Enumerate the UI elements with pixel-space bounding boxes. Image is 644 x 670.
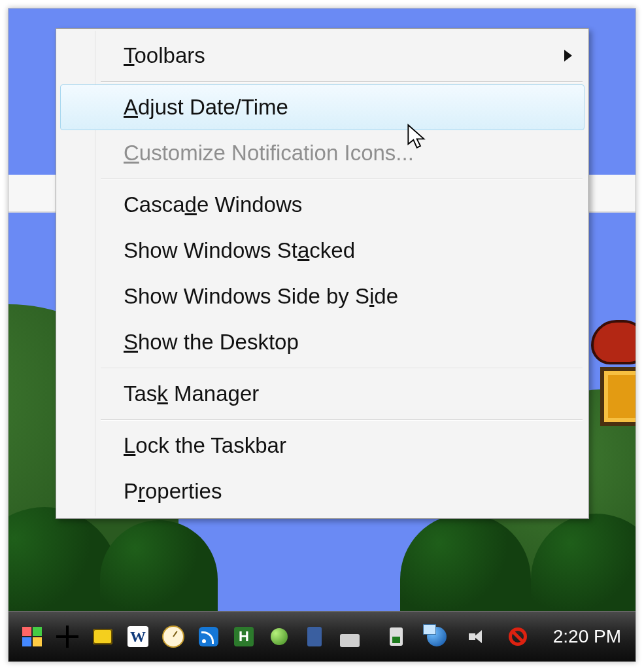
taskbar[interactable]: WH 2:20 PM — [8, 611, 636, 661]
menu-item-label: Task Manager — [124, 381, 259, 406]
move-icon — [56, 626, 78, 648]
blocked-icon[interactable] — [503, 622, 532, 651]
wikipedia-icon[interactable]: W — [124, 622, 152, 651]
puzzle-icon — [93, 629, 112, 644]
volume-icon[interactable] — [463, 622, 492, 651]
start-icon[interactable] — [18, 622, 46, 651]
rss-icon — [199, 627, 218, 646]
wikipedia-icon: W — [127, 626, 148, 647]
menu-item-label: Show Windows Stacked — [124, 238, 355, 263]
blue-app-icon[interactable] — [300, 622, 329, 651]
menu-item-show-the-desktop[interactable]: Show the Desktop — [60, 319, 585, 365]
start-icon — [22, 627, 42, 646]
menu-item-show-windows-stacked[interactable]: Show Windows Stacked — [60, 228, 585, 273]
menu-item-toolbars[interactable]: Toolbars — [60, 33, 585, 79]
menu-item-label: Lock the Taskbar — [124, 433, 286, 458]
menu-item-label: Adjust Date/Time — [124, 95, 288, 120]
blocked-icon — [509, 627, 527, 646]
tray-icons: WH — [8, 622, 364, 651]
menu-item-label: Show Windows Side by Side — [124, 284, 398, 309]
context-menu-separator — [60, 79, 585, 84]
network-icon[interactable] — [422, 622, 451, 651]
menu-item-label: Show the Desktop — [124, 330, 299, 355]
menu-item-label: Properties — [124, 479, 222, 504]
menu-item-properties[interactable]: Properties — [60, 468, 585, 514]
menu-item-label: Cascade Windows — [124, 192, 302, 217]
context-menu-separator — [60, 176, 585, 182]
menu-item-label: Toolbars — [124, 43, 205, 68]
menu-item-task-manager[interactable]: Task Manager — [60, 371, 585, 417]
power-icon — [390, 627, 403, 646]
submenu-arrow-icon — [564, 50, 572, 62]
menu-item-adjust-date-time[interactable]: Adjust Date/Time — [60, 84, 585, 130]
volume-icon — [469, 628, 486, 645]
move-icon[interactable] — [53, 622, 82, 651]
clock-icon[interactable] — [159, 622, 188, 651]
usb-icon[interactable] — [335, 622, 364, 651]
menu-item-show-windows-side-by-side[interactable]: Show Windows Side by Side — [60, 273, 585, 319]
menu-item-cascade-windows[interactable]: Cascade Windows — [60, 182, 585, 228]
h-app-icon[interactable]: H — [229, 622, 258, 651]
status-dot-icon[interactable] — [265, 622, 294, 651]
power-icon[interactable] — [382, 622, 411, 651]
menu-item-customize-notification-icons: Customize Notification Icons... — [60, 130, 585, 176]
context-menu-separator — [60, 417, 585, 423]
status-dot-icon — [271, 628, 288, 645]
menu-item-lock-the-taskbar[interactable]: Lock the Taskbar — [60, 423, 585, 468]
clock-icon — [162, 626, 184, 648]
system-icons — [382, 622, 539, 651]
rss-icon[interactable] — [194, 622, 223, 651]
puzzle-icon[interactable] — [88, 622, 117, 651]
taskbar-clock[interactable]: 2:20 PM — [539, 626, 636, 647]
context-menu-separator — [60, 365, 585, 371]
network-icon — [427, 627, 447, 646]
usb-icon — [340, 634, 360, 647]
h-app-icon: H — [234, 627, 254, 646]
menu-item-label: Customize Notification Icons... — [124, 141, 414, 166]
taskbar-context-menu[interactable]: ToolbarsAdjust Date/TimeCustomize Notifi… — [56, 28, 589, 519]
blue-app-icon — [307, 627, 322, 646]
